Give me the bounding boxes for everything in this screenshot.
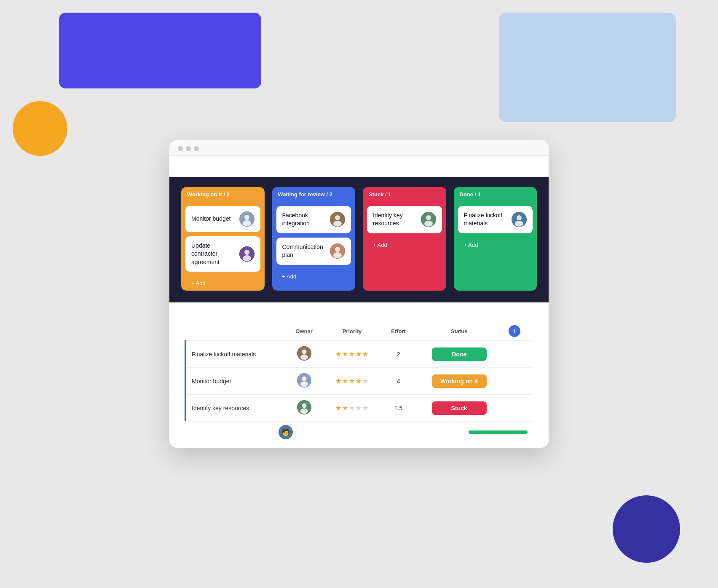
status-badge: Working on it	[432, 374, 487, 388]
col-header-priority: Priority	[323, 322, 381, 341]
dot-close	[178, 146, 183, 151]
svg-point-26	[300, 409, 308, 414]
task-card[interactable]: Identify key resources	[367, 206, 442, 233]
col-header-task	[185, 322, 285, 341]
svg-point-11	[333, 252, 342, 258]
task-card-name: Identify key resources	[373, 211, 417, 228]
task-card-name: Communication plan	[282, 243, 326, 259]
svg-point-10	[335, 247, 340, 252]
add-task-button-working[interactable]: + Add	[185, 276, 260, 291]
col-header-add: +	[503, 322, 533, 341]
svg-point-16	[517, 215, 522, 220]
title-bar	[169, 140, 549, 156]
star-filled: ★	[335, 404, 341, 412]
kanban-column-stuck: Stuck / 1Identify key resources+ Add	[363, 187, 446, 291]
stars-display: ★★★★★	[329, 404, 375, 412]
task-card[interactable]: Facebook integration	[276, 206, 351, 233]
table-row[interactable]: Finalize kickoff materials★★★★★2Done	[185, 341, 534, 368]
svg-point-13	[426, 215, 431, 220]
table-row[interactable]: Monitor budget★★★★★4Working on it	[185, 368, 534, 395]
task-avatar	[330, 212, 345, 227]
star-filled: ★	[335, 350, 341, 358]
star-filled: ★	[335, 377, 341, 385]
svg-point-7	[335, 215, 340, 220]
column-header-done: Done / 1	[454, 187, 537, 202]
table-cell-effort: 2	[381, 341, 416, 368]
table-cell-status: Done	[416, 341, 503, 368]
table-cell-effort: 4	[381, 368, 416, 395]
partial-status-bar	[469, 430, 528, 434]
col-header-status: Status	[416, 322, 503, 341]
task-card-name: Update contractor agreement	[191, 242, 235, 267]
table-owner-avatar	[297, 346, 311, 361]
table-owner-avatar	[297, 400, 311, 414]
task-card-name: Finalize kickoff materials	[464, 211, 508, 228]
partial-avatar: 🧑	[279, 425, 293, 439]
kanban-column-waiting: Waiting for review / 2Facebook integrati…	[272, 187, 356, 291]
dot-maximize	[194, 146, 199, 151]
table-section: Owner Priority Effort Status + Finalize …	[169, 302, 549, 448]
task-card-name: Monitor budget	[191, 215, 235, 223]
star-filled: ★	[349, 377, 355, 385]
star-filled: ★	[356, 350, 362, 358]
table-row[interactable]: Identify key resources★★★★★1.5Stuck	[185, 395, 534, 422]
kanban-column-working: Working on it / 2Monitor budgetUpdate co…	[181, 187, 265, 291]
star-filled: ★	[362, 350, 368, 358]
col-header-owner: Owner	[285, 322, 323, 341]
svg-point-20	[300, 355, 308, 360]
svg-point-25	[302, 404, 306, 408]
table-cell-priority: ★★★★★	[323, 368, 381, 395]
task-card[interactable]: Monitor budget	[185, 206, 260, 232]
table-cell-owner	[285, 368, 323, 395]
table-cell-extra	[503, 395, 533, 422]
table-cell-name: Identify key resources	[185, 395, 285, 422]
kanban-board: Working on it / 2Monitor budgetUpdate co…	[169, 177, 549, 303]
task-card[interactable]: Update contractor agreement	[185, 236, 260, 272]
stars-display: ★★★★★	[329, 377, 375, 385]
svg-point-23	[300, 382, 308, 387]
table-cell-extra	[503, 341, 533, 368]
status-badge: Done	[432, 347, 487, 361]
svg-point-1	[244, 215, 249, 220]
bg-dark-blue-circle	[613, 495, 680, 563]
task-table: Owner Priority Effort Status + Finalize …	[185, 322, 533, 421]
svg-point-14	[424, 221, 433, 227]
task-avatar	[421, 212, 436, 227]
column-body-stuck: Identify key resources+ Add	[363, 202, 446, 291]
table-cell-name: Monitor budget	[185, 368, 285, 395]
kanban-column-done: Done / 1Finalize kickoff materials+ Add	[454, 187, 537, 291]
status-badge: Stuck	[432, 401, 487, 415]
table-cell-owner	[285, 341, 323, 368]
page-header	[169, 156, 549, 177]
task-card[interactable]: Communication plan	[276, 238, 351, 265]
column-header-stuck: Stuck / 1	[363, 187, 446, 202]
window-controls	[178, 146, 199, 151]
task-avatar	[239, 211, 255, 227]
column-body-working: Monitor budgetUpdate contractor agreemen…	[181, 202, 265, 291]
bg-yellow-circle	[13, 101, 67, 156]
add-column-button[interactable]: +	[509, 325, 520, 337]
task-avatar	[239, 246, 255, 262]
svg-point-22	[302, 377, 306, 381]
svg-point-8	[333, 221, 342, 227]
column-header-waiting: Waiting for review / 2	[272, 187, 356, 202]
app-window: Working on it / 2Monitor budgetUpdate co…	[169, 140, 549, 448]
task-card[interactable]: Finalize kickoff materials	[458, 206, 533, 233]
add-task-button-done[interactable]: + Add	[458, 238, 533, 252]
table-owner-avatar	[297, 373, 311, 388]
column-header-working: Working on it / 2	[181, 187, 265, 202]
table-cell-status: Working on it	[416, 368, 503, 395]
table-cell-name: Finalize kickoff materials	[185, 341, 285, 368]
table-cell-priority: ★★★★★	[323, 395, 381, 422]
add-task-button-waiting[interactable]: + Add	[276, 269, 351, 284]
star-empty: ★	[349, 404, 355, 412]
add-task-button-stuck[interactable]: + Add	[367, 238, 442, 252]
star-filled: ★	[349, 350, 355, 358]
svg-point-17	[515, 221, 523, 227]
table-cell-extra	[503, 368, 533, 395]
col-header-effort: Effort	[381, 322, 416, 341]
task-avatar	[512, 212, 527, 227]
svg-point-19	[302, 350, 306, 354]
bg-purple-rect	[59, 13, 261, 88]
task-avatar	[330, 243, 345, 259]
